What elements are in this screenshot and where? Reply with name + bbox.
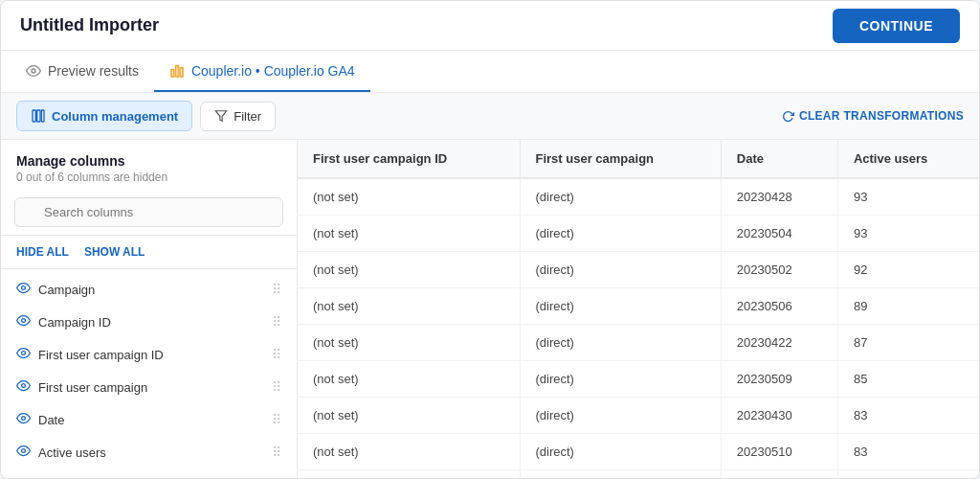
eye-visible-icon (16, 281, 31, 298)
col-panel-title: Manage columns (16, 153, 281, 169)
col-item[interactable]: Campaign ID ⠿ (1, 306, 297, 338)
table-area[interactable]: First user campaign IDFirst user campaig… (298, 140, 979, 478)
svg-point-10 (22, 286, 26, 290)
data-table: First user campaign IDFirst user campaig… (298, 140, 979, 478)
filter-button[interactable]: Filter (200, 102, 276, 131)
bar-chart-icon (169, 63, 185, 79)
col-item-name: Date (38, 413, 64, 427)
table-cell: (direct) (520, 434, 721, 470)
table-cell: (direct) (520, 325, 721, 361)
table-cell: 89 (837, 288, 979, 325)
tab-preview[interactable]: Preview results (11, 51, 154, 92)
svg-rect-6 (41, 110, 44, 122)
hide-show-row: HIDE ALL SHOW ALL (1, 236, 297, 269)
table-cell: (not set) (298, 325, 520, 361)
svg-rect-4 (33, 110, 35, 122)
filter-label: Filter (234, 109, 261, 124)
col-item-name: Active users (38, 445, 106, 460)
table-cell: 83 (837, 398, 979, 434)
col-item-left: Active users (16, 444, 106, 461)
col-panel-subtitle: 0 out of 6 columns are hidden (16, 171, 281, 184)
col-item-name: Campaign (38, 283, 95, 297)
table-cell: 20230509 (721, 361, 837, 398)
svg-point-15 (22, 449, 26, 453)
continue-button[interactable]: CONTINUE (833, 9, 960, 43)
table-row: (not set)(direct)2023042082 (298, 470, 979, 479)
col-item-left: Campaign (16, 281, 95, 298)
app-title: Untitled Importer (20, 15, 159, 35)
table-cell: 20230504 (721, 216, 837, 252)
tab-source-label: Coupler.io • Coupler.io GA4 (191, 63, 355, 79)
eye-visible-icon (16, 411, 31, 428)
tab-preview-label: Preview results (48, 63, 139, 79)
table-cell: (not set) (298, 434, 520, 470)
table-cell: 20230510 (721, 434, 837, 470)
svg-rect-5 (37, 110, 40, 122)
table-header-cell: First user campaign ID (298, 140, 520, 178)
column-management-button[interactable]: Column management (16, 101, 192, 131)
col-item-left: Campaign ID (16, 313, 111, 331)
search-wrap (14, 197, 283, 227)
col-item[interactable]: First user campaign ⠿ (1, 371, 297, 403)
app-wrapper: Untitled Importer CONTINUE Preview resul… (0, 0, 980, 479)
search-columns-input[interactable] (14, 197, 283, 227)
toolbar-left: Column management Filter (16, 101, 276, 131)
table-cell: (direct) (520, 216, 721, 252)
tab-source[interactable]: Coupler.io • Coupler.io GA4 (154, 51, 370, 92)
eye-visible-icon (16, 444, 31, 461)
table-cell: (not set) (298, 361, 520, 398)
tabs-row: Preview results Coupler.io • Coupler.io … (1, 51, 979, 93)
col-item[interactable]: Date ⠿ (1, 403, 297, 436)
svg-rect-2 (176, 65, 179, 76)
table-cell: (not set) (298, 216, 520, 252)
table-cell: 20230502 (721, 252, 837, 288)
column-management-label: Column management (52, 109, 178, 124)
drag-handle-icon: ⠿ (272, 347, 281, 362)
col-item-left: First user campaign (16, 378, 147, 396)
col-item-name: First user campaign (38, 380, 147, 395)
svg-point-0 (32, 69, 35, 73)
col-list: Campaign ⠿ Campaign ID ⠿ First user camp… (1, 269, 297, 478)
table-cell: 92 (837, 252, 979, 288)
table-cell: 20230420 (721, 470, 837, 479)
drag-handle-icon: ⠿ (272, 282, 281, 297)
table-header-row: First user campaign IDFirst user campaig… (298, 140, 979, 178)
col-item[interactable]: First user campaign ID ⠿ (1, 338, 297, 371)
drag-handle-icon: ⠿ (272, 445, 281, 460)
table-header-cell: First user campaign (520, 140, 721, 178)
table-cell: 20230430 (721, 398, 837, 434)
table-cell: 82 (837, 470, 979, 479)
col-item-name: First user campaign ID (38, 348, 164, 362)
eye-visible-icon (16, 378, 31, 396)
table-row: (not set)(direct)2023042893 (298, 178, 979, 216)
drag-handle-icon: ⠿ (272, 412, 281, 427)
show-all-button[interactable]: SHOW ALL (84, 241, 145, 262)
table-cell: 93 (837, 178, 979, 216)
clear-transformations-button[interactable]: CLEAR TRANSFORMATIONS (782, 109, 964, 123)
table-cell: (direct) (520, 288, 721, 325)
table-cell: 93 (837, 216, 979, 252)
table-row: (not set)(direct)2023043083 (298, 398, 979, 434)
col-item-name: Campaign ID (38, 315, 111, 330)
table-body: (not set)(direct)2023042893(not set)(dir… (298, 178, 979, 478)
col-item-left: Date (16, 411, 64, 428)
svg-point-13 (22, 384, 26, 388)
table-cell: (not set) (298, 252, 520, 288)
table-cell: 87 (837, 325, 979, 361)
table-cell: (not set) (298, 288, 520, 325)
table-cell: (not set) (298, 178, 520, 216)
table-cell: 83 (837, 434, 979, 470)
table-cell: (direct) (520, 178, 721, 216)
eye-visible-icon (16, 313, 31, 331)
col-item[interactable]: Active users ⠿ (1, 436, 297, 468)
toolbar: Column management Filter CLEAR TRANSFORM… (1, 93, 979, 140)
table-row: (not set)(direct)2023051083 (298, 434, 979, 470)
table-row: (not set)(direct)2023050985 (298, 361, 979, 398)
col-item[interactable]: Campaign ⠿ (1, 273, 297, 306)
table-cell: 20230422 (721, 325, 837, 361)
svg-rect-3 (180, 67, 183, 76)
hide-all-button[interactable]: HIDE ALL (16, 241, 69, 262)
eye-icon (26, 63, 41, 79)
table-row: (not set)(direct)2023050292 (298, 252, 979, 288)
table-row: (not set)(direct)2023050493 (298, 216, 979, 252)
